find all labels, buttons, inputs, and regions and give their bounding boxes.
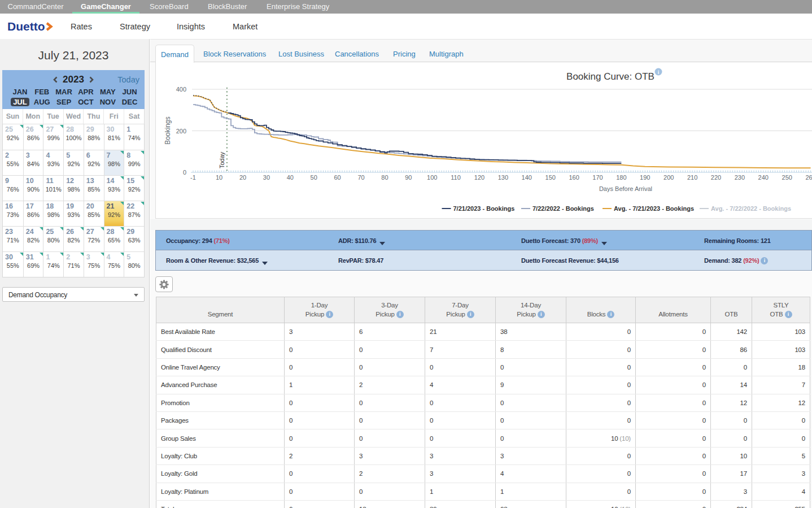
- svg-text:Avg. - 7/21/2023 - Bookings: Avg. - 7/21/2023 - Bookings: [614, 205, 694, 212]
- svg-text:7/21/2023 - Bookings: 7/21/2023 - Bookings: [453, 205, 515, 212]
- svg-text:20: 20: [239, 174, 246, 181]
- svg-text:230: 230: [735, 174, 745, 181]
- svg-text:i: i: [658, 70, 660, 75]
- svg-text:50: 50: [311, 174, 317, 181]
- svg-text:10: 10: [216, 174, 222, 181]
- svg-text:250: 250: [782, 174, 792, 181]
- svg-text:7/22/2022 - Bookings: 7/22/2022 - Bookings: [532, 205, 594, 212]
- svg-text:220: 220: [711, 174, 721, 181]
- svg-text:140: 140: [522, 174, 532, 181]
- svg-text:150: 150: [545, 174, 556, 181]
- svg-text:170: 170: [592, 174, 603, 181]
- svg-text:-1: -1: [190, 174, 196, 181]
- svg-text:200: 200: [176, 128, 186, 134]
- svg-text:190: 190: [640, 174, 650, 181]
- svg-text:260: 260: [805, 174, 812, 181]
- svg-text:Today: Today: [219, 151, 225, 168]
- svg-text:200: 200: [663, 174, 674, 181]
- svg-text:0: 0: [183, 169, 186, 176]
- svg-text:Days Before Arrival: Days Before Arrival: [599, 185, 652, 192]
- svg-text:80: 80: [381, 174, 388, 181]
- svg-text:40: 40: [287, 174, 294, 181]
- svg-text:210: 210: [687, 174, 697, 181]
- svg-text:130: 130: [498, 174, 508, 181]
- svg-text:240: 240: [758, 174, 769, 181]
- svg-text:400: 400: [176, 86, 186, 93]
- svg-text:Booking Curve: OTB: Booking Curve: OTB: [566, 71, 654, 82]
- svg-text:180: 180: [616, 174, 626, 181]
- svg-text:160: 160: [569, 174, 579, 181]
- svg-text:100: 100: [427, 174, 437, 181]
- svg-text:90: 90: [405, 174, 412, 181]
- svg-text:60: 60: [334, 174, 340, 181]
- svg-text:110: 110: [451, 174, 461, 181]
- svg-text:30: 30: [263, 174, 270, 181]
- svg-text:Avg. - 7/22/2022 - Bookings: Avg. - 7/22/2022 - Bookings: [711, 205, 791, 212]
- svg-text:70: 70: [357, 174, 364, 181]
- svg-text:Bookings: Bookings: [164, 116, 172, 144]
- svg-text:120: 120: [474, 174, 484, 181]
